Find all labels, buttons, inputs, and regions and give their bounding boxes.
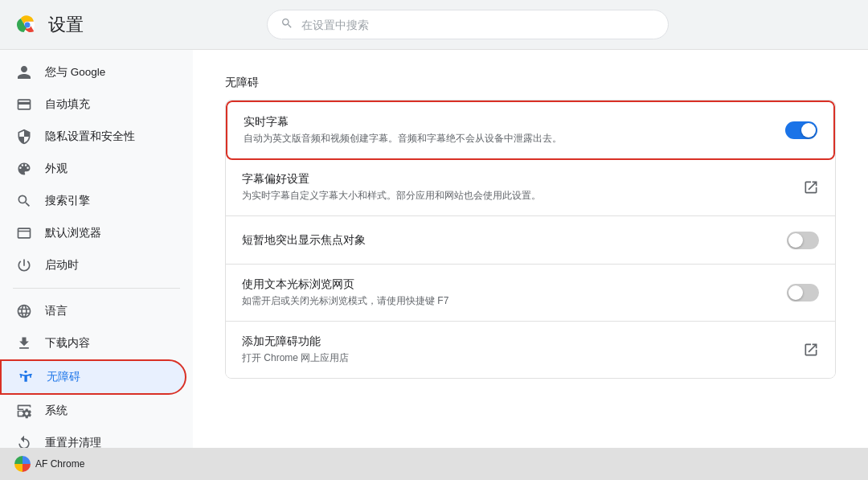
sidebar-item-appearance[interactable]: 外观: [0, 153, 186, 185]
row-content-highlight-focus: 短暂地突出显示焦点对象: [242, 233, 774, 248]
sidebar-item-google[interactable]: 您与 Google: [0, 56, 186, 88]
content-area: 无障碍 实时字幕 自动为英文版音频和视频创建字幕。音频和字幕绝不会从设备中泄露出…: [193, 50, 868, 448]
search-icon: [280, 17, 293, 32]
row-title-caption-prefs: 字幕偏好设置: [242, 172, 790, 187]
settings-row-add-accessibility: 添加无障碍功能 打开 Chrome 网上应用店: [226, 322, 835, 378]
taskbar: AF Chrome: [0, 448, 868, 480]
appearance-icon: [16, 161, 32, 177]
settings-row-highlight-focus: 短暂地突出显示焦点对象: [226, 216, 835, 265]
startup-icon: [16, 257, 32, 273]
download-icon: [16, 335, 32, 351]
system-icon: [16, 403, 32, 419]
sidebar-item-system[interactable]: 系统: [0, 395, 186, 427]
accessibility-icon: [18, 369, 34, 385]
sidebar-item-autofill[interactable]: 自动填充: [0, 88, 186, 121]
sidebar-label-autofill: 自动填充: [45, 97, 90, 112]
row-desc-caret-browsing: 如需开启或关闭光标浏览模式，请使用快捷键 F7: [242, 293, 774, 308]
page-title: 设置: [48, 13, 84, 37]
search-bar: [267, 10, 669, 39]
sidebar-label-download: 下载内容: [45, 336, 90, 351]
section-title: 无障碍: [225, 76, 836, 90]
sidebar-label-appearance: 外观: [45, 162, 68, 176]
sidebar-label-startup: 启动时: [45, 258, 79, 273]
sidebar-item-download[interactable]: 下载内容: [0, 327, 186, 359]
svg-point-1: [24, 371, 27, 373]
search-bar-wrapper: [84, 10, 852, 39]
sidebar-item-startup[interactable]: 启动时: [0, 249, 186, 281]
row-title-live-caption: 实时字幕: [244, 115, 772, 129]
person-icon: [16, 64, 32, 80]
language-icon: [16, 303, 32, 319]
sidebar-item-search[interactable]: 搜索引擎: [0, 185, 186, 217]
shield-icon: [16, 129, 32, 145]
row-title-caret-browsing: 使用文本光标浏览网页: [242, 277, 774, 292]
row-desc-add-accessibility: 打开 Chrome 网上应用店: [242, 351, 790, 365]
sidebar-label-browser: 默认浏览器: [45, 226, 101, 240]
sidebar-label-search: 搜索引擎: [45, 194, 90, 208]
sidebar-item-privacy[interactable]: 隐私设置和安全性: [0, 121, 186, 153]
autofill-icon: [16, 96, 32, 113]
sidebar: 您与 Google 自动填充 隐私设置和安全性 外观: [0, 50, 193, 448]
sidebar-label-google: 您与 Google: [45, 65, 105, 80]
sidebar-item-browser[interactable]: 默认浏览器: [0, 217, 186, 249]
reset-icon: [16, 435, 32, 448]
sidebar-label-accessibility: 无障碍: [47, 370, 80, 384]
row-content-caret-browsing: 使用文本光标浏览网页 如需开启或关闭光标浏览模式，请使用快捷键 F7: [242, 277, 774, 308]
sidebar-divider: [13, 288, 180, 289]
settings-row-caption-prefs: 字幕偏好设置 为实时字幕自定义字幕大小和样式。部分应用和网站也会使用此设置。: [226, 159, 835, 216]
taskbar-label: AF Chrome: [35, 458, 84, 470]
row-content-live-caption: 实时字幕 自动为英文版音频和视频创建字幕。音频和字幕绝不会从设备中泄露出去。: [244, 115, 772, 146]
toggle-track-highlight-focus[interactable]: [787, 232, 819, 249]
toggle-track-live-caption[interactable]: [785, 121, 817, 139]
settings-row-caret-browsing: 使用文本光标浏览网页 如需开启或关闭光标浏览模式，请使用快捷键 F7: [226, 265, 835, 322]
taskbar-item-chrome[interactable]: AF Chrome: [6, 453, 92, 475]
row-title-highlight-focus: 短暂地突出显示焦点对象: [242, 233, 774, 248]
chrome-logo-icon: [16, 14, 39, 36]
row-desc-caption-prefs: 为实时字幕自定义字幕大小和样式。部分应用和网站也会使用此设置。: [242, 188, 790, 203]
search-engine-icon: [16, 193, 32, 209]
sidebar-label-language: 语言: [45, 304, 68, 318]
settings-card: 实时字幕 自动为英文版音频和视频创建字幕。音频和字幕绝不会从设备中泄露出去。: [225, 100, 836, 379]
row-content-add-accessibility: 添加无障碍功能 打开 Chrome 网上应用店: [242, 334, 790, 365]
toggle-caret-browsing[interactable]: [787, 284, 819, 302]
header: 设置: [0, 0, 868, 50]
sidebar-label-system: 系统: [45, 404, 68, 418]
toggle-highlight-focus[interactable]: [787, 232, 819, 249]
search-input[interactable]: [301, 18, 655, 31]
sidebar-item-accessibility[interactable]: 无障碍: [0, 359, 186, 395]
ext-link-add-accessibility[interactable]: [803, 342, 819, 358]
settings-row-live-caption: 实时字幕 自动为英文版音频和视频创建字幕。音频和字幕绝不会从设备中泄露出去。: [227, 102, 833, 158]
toggle-track-caret-browsing[interactable]: [787, 284, 819, 302]
sidebar-item-reset[interactable]: 重置并清理: [0, 427, 186, 448]
row-desc-live-caption: 自动为英文版音频和视频创建字幕。音频和字幕绝不会从设备中泄露出去。: [244, 131, 772, 146]
toggle-live-caption[interactable]: [785, 121, 817, 139]
ext-link-caption-prefs[interactable]: [803, 179, 819, 195]
taskbar-chrome-icon: [14, 456, 31, 472]
row-content-caption-prefs: 字幕偏好设置 为实时字幕自定义字幕大小和样式。部分应用和网站也会使用此设置。: [242, 172, 790, 203]
browser-icon: [16, 225, 32, 241]
sidebar-label-privacy: 隐私设置和安全性: [45, 129, 135, 144]
main-layout: 您与 Google 自动填充 隐私设置和安全性 外观: [0, 50, 868, 448]
sidebar-item-language[interactable]: 语言: [0, 295, 186, 327]
sidebar-label-reset: 重置并清理: [45, 436, 101, 448]
row-title-add-accessibility: 添加无障碍功能: [242, 334, 790, 349]
